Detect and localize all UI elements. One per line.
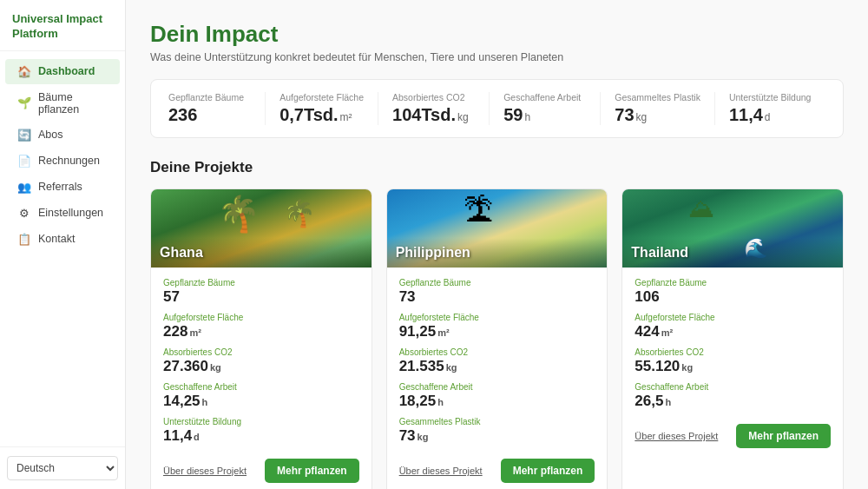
sidebar-label-subscriptions: Abos bbox=[38, 129, 63, 141]
page-title: Dein Impact bbox=[150, 21, 844, 48]
projects-grid: Ghana Gepflanzte Bäume 57 Aufgeforstete … bbox=[150, 188, 844, 489]
ghana-stat-trees: Gepflanzte Bäume 57 bbox=[163, 278, 359, 306]
thai-stat-trees: Gepflanzte Bäume 106 bbox=[635, 278, 831, 306]
philippinen-stats: Gepflanzte Bäume 73 Aufgeforstete Fläche… bbox=[387, 268, 608, 489]
sidebar-item-invoices[interactable]: 📄 Rechnungen bbox=[5, 149, 120, 174]
sidebar-item-settings[interactable]: ⚙ Einstellungen bbox=[5, 201, 120, 226]
stat-area-value: 0,7Tsd.m² bbox=[279, 105, 364, 125]
sidebar-item-trees[interactable]: 🌱 Bäume pflanzen bbox=[5, 85, 120, 122]
stat-plastic-label: Gesammeltes Plastik bbox=[615, 92, 700, 102]
stat-plastic: Gesammeltes Plastik 73kg bbox=[601, 92, 715, 125]
contact-icon: 📋 bbox=[17, 233, 31, 246]
project-name-thailand: Thailand bbox=[622, 238, 843, 268]
sidebar-label-trees: Bäume pflanzen bbox=[38, 91, 108, 116]
ghana-stat-education: Unterstützte Bildung 11,4d bbox=[163, 417, 359, 445]
sidebar-nav: 🏠 Dashboard 🌱 Bäume pflanzen 🔄 Abos 📄 Re… bbox=[0, 51, 125, 446]
sidebar-item-dashboard[interactable]: 🏠 Dashboard bbox=[5, 59, 120, 84]
ghana-stat-co2: Absorbiertes CO2 27.360kg bbox=[163, 347, 359, 375]
project-name-ghana: Ghana bbox=[151, 238, 372, 268]
stat-trees-value: 236 bbox=[168, 105, 251, 125]
phil-stat-work: Geschaffene Arbeit 18,25h bbox=[399, 382, 595, 410]
people-icon: 👥 bbox=[17, 181, 31, 194]
stat-co2-label: Absorbiertes CO2 bbox=[392, 92, 475, 102]
thailand-project-link[interactable]: Über dieses Projekt bbox=[635, 431, 718, 441]
sidebar-item-contact[interactable]: 📋 Kontakt bbox=[5, 227, 120, 252]
thai-stat-area: Aufgeforstete Fläche 424m² bbox=[635, 313, 831, 340]
ghana-stats: Gepflanzte Bäume 57 Aufgeforstete Fläche… bbox=[151, 268, 372, 489]
main-content: Dein Impact Was deine Unterstützung konk… bbox=[126, 0, 868, 489]
projects-section-title: Deine Projekte bbox=[150, 159, 844, 176]
stat-plastic-value: 73kg bbox=[615, 105, 700, 125]
ghana-project-link[interactable]: Über dieses Projekt bbox=[163, 466, 247, 476]
thai-stat-work: Geschaffene Arbeit 26,5h bbox=[635, 382, 831, 410]
thailand-plant-button[interactable]: Mehr pflanzen bbox=[736, 424, 831, 448]
stat-education-value: 11,4d bbox=[729, 105, 812, 125]
thailand-stats: Gepflanzte Bäume 106 Aufgeforstete Fläch… bbox=[622, 268, 843, 460]
phil-stat-co2: Absorbiertes CO2 21.535kg bbox=[399, 347, 595, 375]
phil-stat-area: Aufgeforstete Fläche 91,25m² bbox=[399, 313, 595, 340]
phil-stat-plastic: Gesammeltes Plastik 73kg bbox=[399, 417, 595, 445]
stat-trees: Gepflanzte Bäume 236 bbox=[168, 92, 266, 125]
stat-trees-label: Gepflanzte Bäume bbox=[168, 92, 251, 102]
project-image-ghana: Ghana bbox=[151, 189, 372, 268]
philippinen-actions: Über dieses Projekt Mehr pflanzen bbox=[399, 453, 595, 483]
gear-icon: ⚙ bbox=[17, 207, 31, 220]
sidebar: Universal Impact Platform 🏠 Dashboard 🌱 … bbox=[0, 0, 126, 489]
ghana-stat-work: Geschaffene Arbeit 14,25h bbox=[163, 382, 359, 410]
page-subtitle: Was deine Unterstützung konkret bedeutet… bbox=[150, 51, 844, 63]
sidebar-bottom: Deutsch bbox=[0, 446, 125, 489]
app-logo: Universal Impact Platform bbox=[0, 0, 125, 51]
ghana-plant-button[interactable]: Mehr pflanzen bbox=[265, 459, 359, 483]
project-image-philippinen: Philippinen bbox=[387, 189, 608, 268]
stat-education-label: Unterstützte Bildung bbox=[729, 92, 812, 102]
philippinen-project-link[interactable]: Über dieses Projekt bbox=[399, 466, 483, 476]
ghana-actions: Über dieses Projekt Mehr pflanzen bbox=[163, 453, 359, 483]
sidebar-label-contact: Kontakt bbox=[38, 233, 75, 245]
document-icon: 📄 bbox=[17, 155, 31, 168]
sidebar-label-dashboard: Dashboard bbox=[38, 65, 95, 77]
sidebar-item-subscriptions[interactable]: 🔄 Abos bbox=[5, 122, 120, 148]
project-card-philippinen: Philippinen Gepflanzte Bäume 73 Aufgefor… bbox=[386, 188, 608, 489]
sidebar-label-invoices: Rechnungen bbox=[38, 155, 100, 167]
stat-work: Geschaffene Arbeit 59h bbox=[490, 92, 601, 125]
tree-icon: 🌱 bbox=[17, 96, 31, 109]
stats-bar: Gepflanzte Bäume 236 Aufgeforstete Fläch… bbox=[150, 79, 844, 138]
project-card-thailand: Thailand Gepflanzte Bäume 106 Aufgeforst… bbox=[621, 188, 844, 489]
thai-stat-co2: Absorbiertes CO2 55.120kg bbox=[635, 347, 831, 375]
stat-co2-value: 104Tsd.kg bbox=[392, 105, 475, 125]
project-name-philippinen: Philippinen bbox=[387, 238, 608, 268]
philippinen-plant-button[interactable]: Mehr pflanzen bbox=[501, 459, 595, 483]
language-select[interactable]: Deutsch bbox=[7, 456, 118, 480]
ghana-stat-area: Aufgeforstete Fläche 228m² bbox=[163, 313, 359, 340]
stat-work-value: 59h bbox=[503, 105, 586, 125]
stat-area-label: Aufgeforstete Fläche bbox=[279, 92, 364, 102]
thailand-actions: Über dieses Projekt Mehr pflanzen bbox=[635, 419, 831, 448]
sidebar-label-settings: Einstellungen bbox=[38, 207, 103, 219]
home-icon: 🏠 bbox=[17, 65, 31, 78]
stat-co2: Absorbiertes CO2 104Tsd.kg bbox=[378, 92, 490, 125]
phil-stat-trees: Gepflanzte Bäume 73 bbox=[399, 278, 595, 306]
sidebar-item-referrals[interactable]: 👥 Referrals bbox=[5, 175, 120, 200]
project-card-ghana: Ghana Gepflanzte Bäume 57 Aufgeforstete … bbox=[150, 188, 372, 489]
stat-area: Aufgeforstete Fläche 0,7Tsd.m² bbox=[266, 92, 378, 125]
refresh-icon: 🔄 bbox=[17, 129, 31, 142]
stat-work-label: Geschaffene Arbeit bbox=[503, 92, 586, 102]
stat-education: Unterstützte Bildung 11,4d bbox=[715, 92, 825, 125]
sidebar-label-referrals: Referrals bbox=[38, 181, 82, 193]
project-image-thailand: Thailand bbox=[622, 189, 843, 268]
